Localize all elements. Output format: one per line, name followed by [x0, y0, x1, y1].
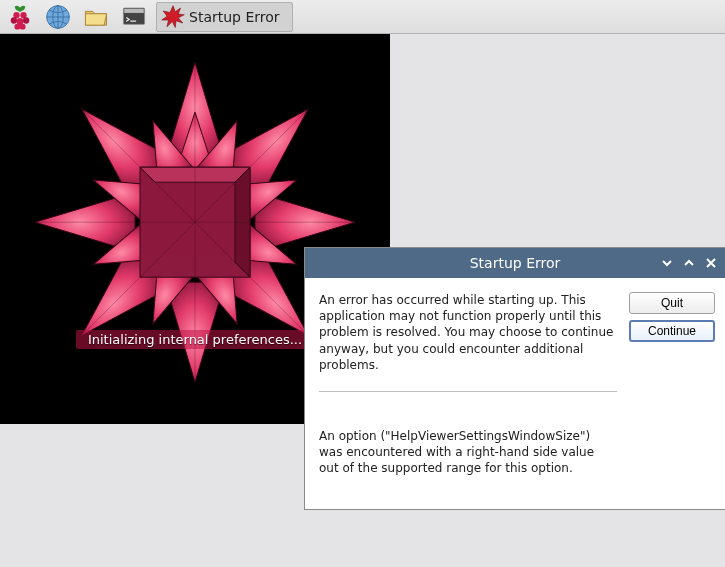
starburst-error-icon — [161, 5, 185, 29]
svg-marker-11 — [162, 5, 185, 27]
terminal-icon[interactable] — [118, 2, 150, 32]
dialog-titlebar[interactable]: Startup Error — [305, 248, 725, 278]
svg-point-6 — [20, 23, 26, 29]
taskbar: Startup Error — [0, 0, 725, 34]
dialog-buttons: Quit Continue — [629, 292, 715, 489]
svg-point-4 — [23, 17, 29, 23]
quit-button[interactable]: Quit — [629, 292, 715, 314]
raspberry-menu-icon[interactable] — [4, 2, 36, 32]
dialog-separator — [319, 391, 617, 392]
maximize-icon[interactable] — [681, 255, 697, 271]
taskbar-app-label: Startup Error — [189, 9, 280, 25]
continue-button[interactable]: Continue — [629, 320, 715, 342]
dialog-para-2: An option ("HelpViewerSettingsWindowSize… — [319, 428, 617, 477]
startup-error-dialog: Startup Error An error has occurred whil… — [305, 248, 725, 509]
taskbar-app-startup-error[interactable]: Startup Error — [156, 2, 293, 32]
close-icon[interactable] — [703, 255, 719, 271]
shade-icon[interactable] — [659, 255, 675, 271]
svg-point-2 — [11, 17, 17, 23]
dialog-body: An error has occurred while starting up.… — [305, 278, 725, 509]
splash-status-text: Initializing internal preferences... — [76, 330, 314, 349]
dialog-text: An error has occurred while starting up.… — [319, 292, 617, 489]
svg-point-5 — [14, 23, 20, 29]
svg-rect-10 — [124, 8, 144, 12]
dialog-para-1: An error has occurred while starting up.… — [319, 292, 617, 373]
globe-icon[interactable] — [42, 2, 74, 32]
file-manager-icon[interactable] — [80, 2, 112, 32]
